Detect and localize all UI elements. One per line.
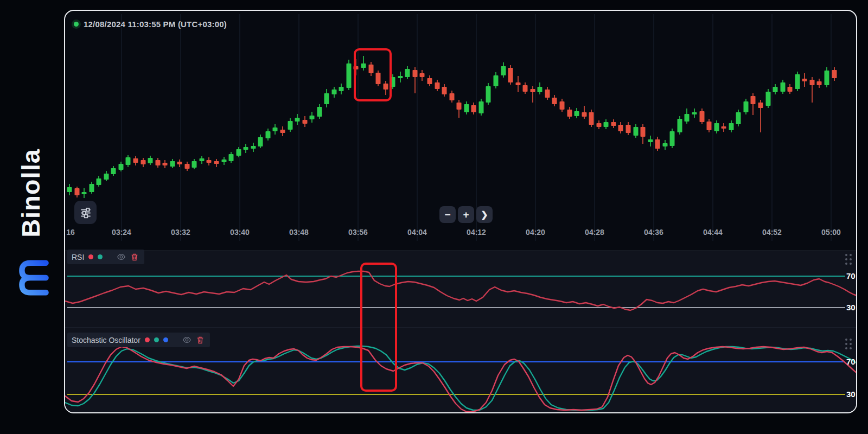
time-axis-label: 16 (66, 228, 75, 237)
rsi-level-70-label: 70 (846, 271, 856, 280)
timestamp-row: 12/08/2024 11:03:55 PM (UTC+03:00) (74, 20, 227, 29)
status-dot-icon (74, 22, 79, 27)
time-axis-label: 03:40 (230, 228, 250, 237)
rsi-delete-button[interactable] (130, 252, 139, 261)
page: { "branding": {"name": "Binolla"}, "head… (0, 0, 868, 434)
time-axis-label: 05:00 (821, 228, 841, 237)
time-axis-label: 03:56 (348, 228, 368, 237)
chart-settings-button[interactable] (74, 201, 97, 224)
eye-icon (182, 335, 192, 344)
indicator-dot (88, 254, 93, 259)
rsi-color-dots (88, 254, 103, 259)
rsi-drag-handle[interactable] (845, 254, 852, 265)
rsi-label: RSI (72, 253, 84, 261)
time-axis-label: 04:44 (703, 228, 723, 237)
indicator-dot (154, 337, 159, 342)
stochastic-delete-button[interactable] (196, 335, 205, 344)
time-axis-label: 04:20 (526, 228, 545, 237)
time-axis-label: 04:52 (762, 228, 782, 237)
chart-timestamp: 12/08/2024 11:03:55 PM (UTC+03:00) (84, 20, 227, 29)
binolla-logo (9, 257, 52, 299)
sliders-icon (79, 206, 93, 220)
time-axis-label: 03:32 (171, 228, 190, 237)
chart-widget: 12/08/2024 11:03:55 PM (UTC+03:00) − + ❯… (64, 10, 857, 413)
rsi-level-30-label: 30 (846, 303, 856, 312)
indicator-dot (98, 254, 103, 259)
brand-name: Binolla (16, 149, 46, 238)
stochastic-label: Stochastic Oscillator (72, 336, 141, 344)
zoom-out-button[interactable]: − (439, 206, 456, 223)
stochastic-level-70-label: 70 (846, 357, 856, 366)
stochastic-color-dots (145, 337, 168, 342)
time-axis-label: 03:48 (289, 228, 309, 237)
scroll-right-button[interactable]: ❯ (476, 206, 493, 223)
time-axis-label: 03:24 (112, 228, 131, 237)
rsi-visibility-button[interactable] (117, 252, 126, 261)
stochastic-indicator-chip: Stochastic Oscillator (67, 333, 210, 347)
trash-icon (130, 252, 139, 261)
time-axis[interactable]: 1603:2403:3203:4003:4803:5604:0404:1204:… (65, 228, 857, 242)
rsi-indicator-chip: RSI (67, 250, 144, 264)
eye-icon (117, 252, 126, 261)
zoom-in-button[interactable]: + (458, 206, 474, 223)
time-axis-label: 04:12 (467, 228, 486, 237)
trash-icon (196, 335, 205, 344)
stochastic-visibility-button[interactable] (182, 335, 192, 344)
time-axis-label: 04:28 (585, 228, 604, 237)
time-axis-label: 04:04 (407, 228, 427, 237)
indicator-dot (163, 337, 168, 342)
stochastic-drag-handle[interactable] (845, 339, 852, 349)
brand-strip: Binolla (0, 0, 64, 434)
stochastic-level-30-label: 30 (846, 390, 856, 399)
time-axis-label: 04:36 (644, 228, 663, 237)
indicator-dot (145, 337, 150, 342)
